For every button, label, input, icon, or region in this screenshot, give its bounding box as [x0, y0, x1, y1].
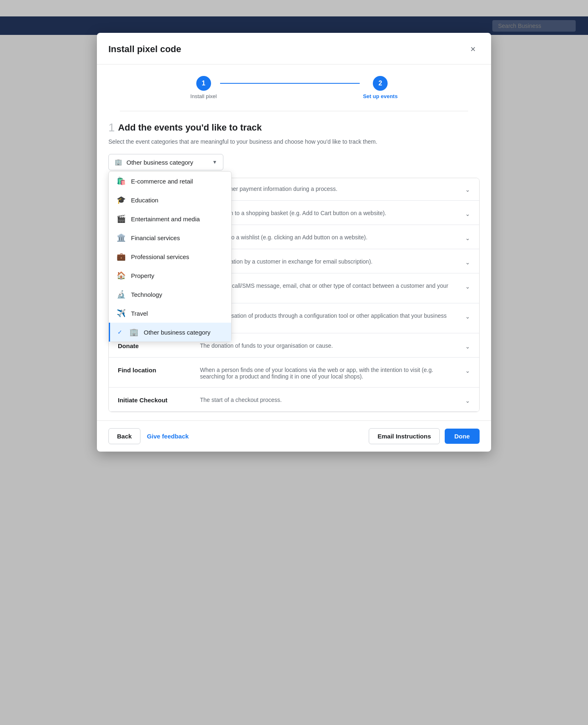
modal: Install pixel code × 1 Install pixel 2 S…: [97, 33, 491, 452]
event-name: Initiate Checkout: [118, 397, 200, 404]
event-desc: When a person finds one of your location…: [200, 367, 465, 380]
event-desc: A telephone call/SMS message, email, cha…: [200, 282, 465, 296]
step-2-circle: 2: [373, 76, 388, 91]
step-2-label: Set up events: [363, 93, 398, 99]
property-label: Property: [131, 272, 154, 279]
event-desc: on of customer payment information durin…: [200, 186, 465, 192]
chevron-down-icon: ⌄: [465, 235, 470, 241]
dropdown-container: 🏢 Other business category ▼ 🛍️ E-commerc…: [108, 154, 223, 170]
financial-icon: 🏛️: [116, 233, 126, 242]
event-desc: on of items to a wishlist (e.g. clicking…: [200, 234, 465, 241]
dropdown-item-entertainment[interactable]: 🎬 Entertainment and media: [109, 209, 231, 228]
top-bar: [0, 16, 588, 35]
footer-left: Back Give feedback: [108, 428, 189, 444]
category-dropdown[interactable]: 🏢 Other business category ▼: [108, 154, 223, 170]
ecommerce-label: E-commerce and retail: [131, 178, 193, 185]
back-button[interactable]: Back: [108, 428, 140, 444]
stepper: 1 Install pixel 2 Set up events: [108, 76, 480, 99]
section-subtitle: Select the event categories that are mea…: [108, 138, 480, 145]
technology-label: Technology: [131, 291, 162, 298]
modal-title: Install pixel code: [108, 44, 181, 55]
travel-icon: ✈️: [116, 309, 126, 318]
section-heading: Add the events you'd like to track: [118, 122, 262, 133]
other-icon: 🏢: [129, 328, 139, 337]
chevron-down-icon: ⌄: [465, 367, 470, 374]
step-2: 2 Set up events: [363, 76, 398, 99]
event-row[interactable]: Initiate Checkout The start of a checkou…: [109, 389, 479, 412]
dropdown-arrow-icon: ▼: [212, 159, 217, 165]
check-icon: ✓: [117, 329, 124, 335]
chevron-down-icon: ⌄: [465, 211, 470, 217]
dropdown-menu: 🛍️ E-commerce and retail 🎓 Education 🎬 E…: [108, 171, 232, 342]
search-input[interactable]: [492, 20, 576, 32]
chevron-down-icon: ⌄: [465, 343, 470, 350]
dropdown-label: Other business category: [126, 159, 193, 166]
step-1-label: Install pixel: [191, 93, 217, 99]
professional-icon: 💼: [116, 252, 126, 261]
ecommerce-icon: 🛍️: [116, 177, 126, 186]
dropdown-item-ecommerce[interactable]: 🛍️ E-commerce and retail: [109, 172, 231, 190]
travel-label: Travel: [131, 310, 148, 317]
event-desc: The start of a checkout process.: [200, 397, 465, 403]
footer-right: Email Instructions Done: [369, 428, 480, 444]
dropdown-item-other[interactable]: ✓ 🏢 Other business category: [109, 323, 231, 342]
dropdown-item-financial[interactable]: 🏛️ Financial services: [109, 228, 231, 247]
event-row[interactable]: Find location When a person finds one of…: [109, 359, 479, 388]
overlay: Install pixel code × 1 Install pixel 2 S…: [0, 16, 588, 725]
dropdown-icon: 🏢: [115, 158, 122, 166]
section-title: 1 Add the events you'd like to track: [108, 121, 480, 134]
property-icon: 🏠: [116, 271, 126, 280]
chevron-down-icon: ⌄: [465, 186, 470, 193]
step-1: 1 Install pixel: [191, 76, 217, 99]
chevron-down-icon: ⌄: [465, 313, 470, 320]
event-desc: The customisation of products through a …: [200, 312, 465, 326]
education-icon: 🎓: [116, 195, 126, 204]
modal-header: Install pixel code ×: [97, 33, 491, 64]
event-desc: on of an item to a shopping basket (e.g.…: [200, 210, 465, 216]
dropdown-item-technology[interactable]: 🔬 Technology: [109, 285, 231, 304]
dropdown-item-professional[interactable]: 💼 Professional services: [109, 247, 231, 266]
content-area: 🏢 Other business category ▼ 🛍️ E-commerc…: [108, 154, 480, 412]
chevron-down-icon: ⌄: [465, 259, 470, 266]
event-name: Find location: [118, 367, 200, 374]
done-button[interactable]: Done: [445, 429, 480, 444]
financial-label: Financial services: [131, 234, 180, 241]
entertainment-icon: 🎬: [116, 214, 126, 223]
chevron-down-icon: ⌄: [465, 283, 470, 290]
modal-footer: Back Give feedback Email Instructions Do…: [97, 420, 491, 452]
other-label: Other business category: [144, 329, 211, 336]
dropdown-item-education[interactable]: 🎓 Education: [109, 190, 231, 209]
close-button[interactable]: ×: [466, 43, 480, 56]
technology-icon: 🔬: [116, 290, 126, 299]
dropdown-item-travel[interactable]: ✈️ Travel: [109, 304, 231, 323]
event-desc: on of information by a customer in excha…: [200, 258, 465, 265]
education-label: Education: [131, 197, 158, 204]
chevron-down-icon: ⌄: [465, 397, 470, 404]
event-name: Donate: [118, 342, 200, 349]
feedback-button[interactable]: Give feedback: [147, 433, 189, 440]
entertainment-label: Entertainment and media: [131, 216, 200, 223]
step-1-circle: 1: [196, 76, 211, 91]
email-instructions-button[interactable]: Email Instructions: [369, 428, 439, 444]
step-line: [220, 83, 360, 84]
section-number: 1: [108, 121, 115, 134]
professional-label: Professional services: [131, 253, 189, 260]
event-desc: The donation of funds to your organisati…: [200, 342, 465, 349]
dropdown-item-property[interactable]: 🏠 Property: [109, 266, 231, 285]
